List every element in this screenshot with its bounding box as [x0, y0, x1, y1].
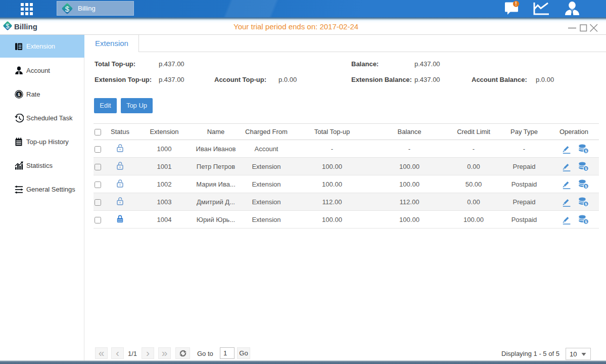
- svg-text:$: $: [65, 4, 70, 13]
- svg-text:$: $: [6, 23, 10, 30]
- svg-text:!: !: [515, 1, 517, 7]
- svg-text:$: $: [18, 92, 21, 97]
